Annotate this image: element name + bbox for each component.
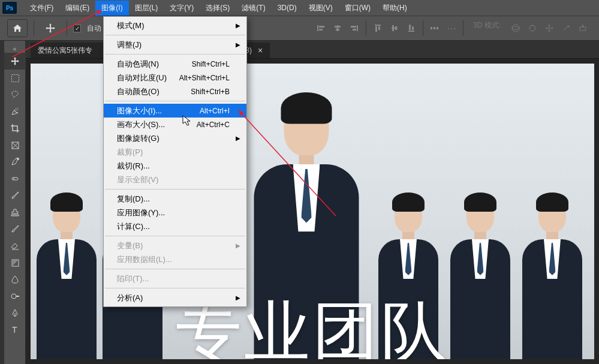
slide-3d-icon[interactable]: [558, 20, 574, 36]
menu-separator: [105, 288, 245, 288]
align-top-icon[interactable]: [370, 20, 386, 36]
scale-3d-icon[interactable]: [575, 20, 591, 36]
align-left-icon[interactable]: [313, 20, 329, 36]
align-right-icon[interactable]: [347, 20, 362, 36]
align-center-h-icon[interactable]: [330, 20, 345, 36]
menu-window[interactable]: 窗口(W): [339, 1, 377, 16]
menu-type[interactable]: 文字(Y): [164, 1, 200, 16]
type-tool[interactable]: T: [4, 321, 26, 338]
divider: [34, 20, 34, 36]
auto-select-label: 自动: [87, 23, 101, 34]
options-bar: ✓ 自动 ⋯ 3D 模式:: [0, 16, 599, 41]
history-brush-tool[interactable]: [4, 221, 26, 237]
align-center-v-icon[interactable]: [387, 20, 402, 36]
divider: [463, 20, 463, 36]
svg-rect-32: [12, 178, 18, 180]
orbit-3d-icon[interactable]: [508, 20, 523, 36]
crop-tool[interactable]: [4, 120, 26, 137]
menu-apply-image[interactable]: 应用图像(Y)...: [104, 206, 246, 219]
svg-rect-11: [378, 26, 380, 30]
menu-separator: [105, 35, 245, 35]
menu-filter[interactable]: 滤镜(T): [236, 1, 271, 16]
lasso-tool[interactable]: [4, 86, 26, 103]
menu-crop: 裁剪(P): [104, 145, 246, 159]
align-bottom-icon[interactable]: [404, 20, 419, 36]
marquee-tool[interactable]: [4, 70, 26, 86]
menu-separator: [105, 54, 245, 55]
eraser-tool[interactable]: [4, 237, 26, 254]
quick-select-tool[interactable]: [4, 103, 26, 120]
menu-calculations[interactable]: 计算(C)...: [104, 219, 246, 233]
svg-rect-19: [434, 27, 435, 29]
svg-rect-24: [580, 27, 586, 31]
pen-tool[interactable]: [4, 305, 26, 321]
svg-rect-20: [437, 27, 438, 29]
figure: [450, 196, 510, 359]
svg-text:T: T: [12, 325, 17, 335]
svg-rect-6: [357, 25, 358, 31]
roll-3d-icon[interactable]: [525, 20, 540, 36]
tool-panel: « T: [4, 41, 26, 364]
svg-rect-15: [408, 31, 414, 32]
mode-3d-label: 3D 模式:: [473, 20, 501, 36]
menu-auto-tone[interactable]: 自动色调(N)Shift+Ctrl+L: [104, 57, 246, 71]
menu-view[interactable]: 视图(V): [303, 1, 339, 16]
tab-close-button[interactable]: ×: [258, 46, 263, 55]
menu-image[interactable]: 图像(I): [95, 1, 128, 16]
submenu-arrow-icon: ▶: [236, 41, 240, 48]
svg-rect-5: [336, 29, 339, 31]
frame-tool[interactable]: [4, 137, 26, 154]
move-tool[interactable]: [4, 53, 26, 70]
menu-separator: [105, 269, 245, 269]
svg-rect-26: [11, 74, 19, 82]
divider: [366, 20, 366, 36]
svg-point-27: [16, 108, 18, 110]
menu-auto-contrast[interactable]: 自动对比度(U)Alt+Shift+Ctrl+L: [104, 71, 246, 85]
menu-trim[interactable]: 裁切(R)...: [104, 159, 246, 173]
svg-rect-13: [392, 25, 394, 31]
svg-rect-4: [335, 26, 341, 28]
svg-rect-16: [409, 25, 411, 30]
distribute-icon[interactable]: [427, 20, 443, 36]
submenu-arrow-icon: ▶: [236, 242, 240, 249]
brush-tool[interactable]: [4, 187, 26, 204]
figure: [37, 196, 97, 359]
blur-tool[interactable]: [4, 271, 26, 288]
move-tool-indicator[interactable]: [40, 19, 61, 37]
menu-select[interactable]: 选择(S): [200, 1, 236, 16]
menu-image-size[interactable]: 图像大小(I)...Alt+Ctrl+I: [104, 104, 246, 118]
menu-edit[interactable]: 编辑(E): [59, 1, 95, 16]
menu-file[interactable]: 文件(F): [24, 1, 59, 16]
menu-auto-color[interactable]: 自动颜色(O)Shift+Ctrl+B: [104, 85, 246, 98]
home-button[interactable]: [7, 19, 28, 37]
dodge-tool[interactable]: [4, 288, 26, 305]
healing-tool[interactable]: [4, 170, 26, 187]
menu-mode[interactable]: 模式(M)▶: [104, 19, 246, 32]
svg-point-23: [529, 25, 535, 31]
stamp-tool[interactable]: [4, 204, 26, 221]
auto-select-checkbox[interactable]: ✓: [73, 25, 81, 32]
menu-canvas-size[interactable]: 画布大小(S)...Alt+Ctrl+C: [104, 118, 246, 131]
menu-3d[interactable]: 3D(D): [272, 1, 303, 14]
menu-analysis[interactable]: 分析(A)▶: [104, 291, 246, 305]
svg-point-22: [512, 27, 519, 30]
svg-rect-8: [353, 29, 356, 31]
menu-help[interactable]: 帮助(H): [377, 1, 413, 16]
panel-collapse-icon[interactable]: «: [4, 44, 25, 53]
pan-3d-icon[interactable]: [541, 20, 557, 36]
image-menu-dropdown: 模式(M)▶ 调整(J)▶ 自动色调(N)Shift+Ctrl+L 自动对比度(…: [103, 16, 247, 307]
menu-image-rotation[interactable]: 图像旋转(G)▶: [104, 131, 246, 145]
menu-apply-dataset: 应用数据组(L)...: [104, 252, 246, 266]
menu-adjust[interactable]: 调整(J)▶: [104, 38, 246, 52]
svg-point-31: [17, 158, 19, 160]
divider: [423, 20, 423, 36]
eyedropper-tool[interactable]: [4, 154, 26, 170]
menu-layer[interactable]: 图层(L): [129, 1, 164, 16]
menu-separator: [105, 236, 245, 236]
menu-duplicate[interactable]: 复制(D)...: [104, 192, 246, 206]
svg-rect-7: [351, 26, 356, 28]
gradient-tool[interactable]: [4, 254, 26, 271]
tab-title-prefix: 爱情公寓5张伟专: [38, 46, 92, 56]
divider: [67, 20, 67, 36]
more-options-icon[interactable]: ⋯: [444, 20, 459, 36]
